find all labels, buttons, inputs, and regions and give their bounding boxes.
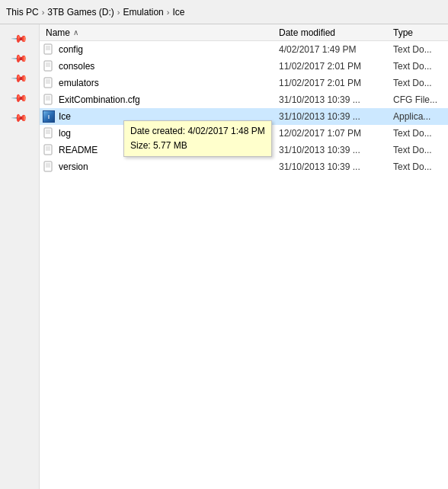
file-type: Text Do... <box>393 44 445 55</box>
file-name-cell: emulators <box>43 77 279 89</box>
file-type: Text Do... <box>393 128 445 139</box>
file-name: ExitCombination.cfg <box>59 94 140 105</box>
file-date: 4/02/2017 1:49 PM <box>279 44 393 55</box>
breadcrumb-ice[interactable]: Ice <box>172 7 184 18</box>
sidebar-pin-1[interactable]: 📌 <box>8 27 30 49</box>
file-name: emulators <box>59 78 99 88</box>
breadcrumb-sep-3: › <box>167 8 170 17</box>
file-type: Text Do... <box>393 78 445 88</box>
doc-icon <box>43 127 55 139</box>
doc-icon <box>43 94 55 106</box>
file-name-cell: I Ice <box>43 110 279 123</box>
file-type: Applica... <box>393 111 445 122</box>
file-type: Text Do... <box>393 161 445 172</box>
file-name-cell: README <box>43 144 279 156</box>
table-row[interactable]: consoles 11/02/2017 2:01 PM Text Do... <box>40 58 448 75</box>
table-row[interactable]: ExitCombination.cfg 31/10/2013 10:39 ...… <box>40 91 448 108</box>
file-list: config 4/02/2017 1:49 PM Text Do... cons… <box>40 41 448 489</box>
breadcrumb: This PC › 3TB Games (D:) › Emulation › I… <box>6 7 184 18</box>
doc-icon <box>43 43 55 56</box>
app-icon: I <box>43 110 55 123</box>
col-header-date[interactable]: Date modified <box>279 27 393 38</box>
doc-icon <box>43 144 55 156</box>
table-row[interactable]: emulators 11/02/2017 2:01 PM Text Do... <box>40 75 448 91</box>
file-name-cell: consoles <box>43 60 279 72</box>
file-date: 11/02/2017 2:01 PM <box>279 61 393 72</box>
sidebar-pin-3[interactable]: 📌 <box>8 67 30 88</box>
breadcrumb-sep-1: › <box>42 8 45 17</box>
file-name-cell: config <box>43 43 279 56</box>
file-area: Name ∧ Date modified Type config 4/02/20… <box>40 24 448 489</box>
table-row[interactable]: README 31/10/2013 10:39 ... Text Do... <box>40 142 448 158</box>
file-date: 31/10/2013 10:39 ... <box>279 145 393 155</box>
file-type: Text Do... <box>393 145 445 155</box>
doc-icon <box>43 161 55 173</box>
sort-arrow-icon: ∧ <box>73 28 78 37</box>
main-container: 📌 📌 📌 📌 📌 Name ∧ Date modified Type <box>0 24 448 489</box>
titlebar: This PC › 3TB Games (D:) › Emulation › I… <box>0 0 448 24</box>
file-date: 31/10/2013 10:39 ... <box>279 161 393 172</box>
file-date: 11/02/2017 2:01 PM <box>279 78 393 88</box>
table-row[interactable]: I Ice 31/10/2013 10:39 ... Applica... Da… <box>40 108 448 125</box>
file-name: config <box>59 44 83 55</box>
col-header-name[interactable]: Name ∧ <box>43 27 279 38</box>
file-date: 31/10/2013 10:39 ... <box>279 94 393 105</box>
file-name: Ice <box>59 111 71 122</box>
file-type: CFG File... <box>393 94 445 105</box>
breadcrumb-this-pc[interactable]: This PC <box>6 7 39 18</box>
table-row[interactable]: log 12/02/2017 1:07 PM Text Do... <box>40 125 448 142</box>
sidebar: 📌 📌 📌 📌 📌 <box>0 24 40 489</box>
table-row[interactable]: version 31/10/2013 10:39 ... Text Do... <box>40 158 448 175</box>
col-header-type[interactable]: Type <box>393 27 445 38</box>
col-name-label: Name <box>46 27 70 38</box>
file-name-cell: version <box>43 161 279 173</box>
file-name-cell: ExitCombination.cfg <box>43 94 279 106</box>
doc-icon <box>43 60 55 72</box>
file-date: 31/10/2013 10:39 ... <box>279 111 393 122</box>
file-date: 12/02/2017 1:07 PM <box>279 128 393 139</box>
file-name: log <box>59 128 71 139</box>
file-name: README <box>59 145 98 155</box>
breadcrumb-sep-2: › <box>117 8 120 17</box>
file-name-cell: log <box>43 127 279 139</box>
sidebar-pin-5[interactable]: 📌 <box>8 107 30 128</box>
sidebar-pin-4[interactable]: 📌 <box>8 87 30 108</box>
breadcrumb-emulation[interactable]: Emulation <box>123 7 163 18</box>
file-name: consoles <box>59 61 94 72</box>
sidebar-pin-2[interactable]: 📌 <box>8 47 30 69</box>
table-row[interactable]: config 4/02/2017 1:49 PM Text Do... <box>40 41 448 58</box>
breadcrumb-drive[interactable]: 3TB Games (D:) <box>47 7 114 18</box>
file-name: version <box>59 161 88 172</box>
file-type: Text Do... <box>393 61 445 72</box>
doc-icon <box>43 77 55 89</box>
column-headers: Name ∧ Date modified Type <box>40 24 448 41</box>
